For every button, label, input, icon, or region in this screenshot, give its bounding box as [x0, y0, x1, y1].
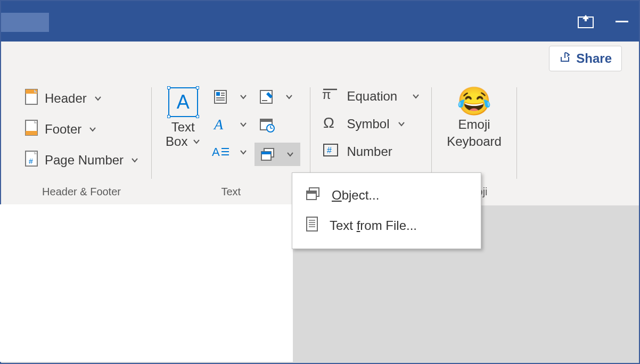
number-button[interactable]: # Number	[320, 142, 422, 162]
svg-text:#: #	[29, 157, 33, 166]
group-text: A Text Box A	[152, 76, 310, 205]
text-box-button[interactable]: A Text Box	[161, 86, 204, 150]
text-box-icon: A	[168, 87, 198, 117]
svg-rect-35	[307, 191, 316, 194]
drop-cap-button[interactable]: A	[209, 143, 250, 162]
chevron-down-icon	[240, 94, 247, 100]
symbol-button[interactable]: Ω Symbol	[320, 114, 422, 134]
minimize-icon[interactable]	[616, 21, 628, 22]
share-row: Share	[1, 42, 639, 76]
wordart-icon: A	[212, 117, 230, 132]
signature-line-button[interactable]	[255, 87, 296, 106]
quick-parts-button[interactable]	[209, 87, 250, 106]
text-file-icon	[305, 216, 319, 236]
chevron-down-icon	[94, 96, 102, 101]
chevron-down-icon	[240, 150, 247, 155]
symbol-icon: Ω	[322, 115, 340, 133]
footer-icon	[24, 119, 39, 139]
ribbon-display-options-icon[interactable]	[577, 14, 594, 29]
object-button[interactable]	[255, 143, 300, 166]
wordart-button[interactable]: A	[209, 115, 250, 134]
object-dropdown: Object... Text from File...	[292, 172, 481, 249]
dropdown-text-from-file[interactable]: Text from File...	[292, 210, 481, 241]
share-label: Share	[576, 51, 612, 66]
dropdown-file-label: Text from File...	[330, 218, 417, 233]
svg-text:#: #	[327, 146, 332, 155]
svg-text:A: A	[213, 117, 224, 133]
title-bar	[1, 1, 639, 42]
svg-rect-8	[216, 92, 220, 96]
chevron-down-icon	[131, 158, 138, 163]
emoji-icon: 😂	[457, 87, 491, 115]
chevron-down-icon	[193, 139, 200, 144]
chevron-down-icon	[89, 127, 96, 132]
equation-icon: π	[322, 87, 340, 105]
svg-text:A: A	[212, 145, 220, 159]
svg-rect-21	[260, 119, 272, 122]
signature-icon	[258, 89, 276, 104]
date-time-button[interactable]	[255, 115, 279, 134]
number-icon: #	[322, 143, 340, 161]
page-number-icon: #	[24, 150, 39, 170]
titlebar-tab	[1, 13, 49, 32]
group-label: Text	[221, 186, 241, 201]
svg-rect-4	[26, 131, 37, 135]
object-icon	[259, 147, 277, 162]
page-number-button[interactable]: # Page Number	[21, 148, 142, 172]
chevron-down-icon	[286, 152, 294, 157]
group-label: Header & Footer	[42, 186, 121, 201]
equation-button[interactable]: π Equation	[320, 86, 422, 106]
dropdown-object-label: Object...	[332, 188, 379, 203]
svg-text:Ω: Ω	[323, 115, 334, 130]
header-button[interactable]: Header	[21, 86, 142, 111]
chevron-down-icon	[412, 94, 420, 99]
chevron-down-icon	[240, 122, 247, 127]
document-canvas[interactable]	[0, 204, 293, 362]
drop-cap-icon: A	[212, 145, 230, 160]
footer-button[interactable]: Footer	[21, 117, 142, 142]
svg-rect-36	[307, 217, 317, 231]
emoji-keyboard-button[interactable]: 😂 Emoji Keyboard	[441, 86, 507, 150]
group-header-footer: Header Footer # Page Number	[12, 76, 151, 205]
date-time-icon	[258, 117, 276, 132]
svg-rect-27	[261, 152, 271, 154]
share-icon	[559, 51, 572, 67]
header-icon	[24, 88, 39, 109]
object-icon	[305, 186, 321, 205]
share-button[interactable]: Share	[549, 46, 622, 71]
chevron-down-icon	[285, 94, 293, 100]
dropdown-object[interactable]: Object...	[292, 180, 481, 210]
quick-parts-icon	[212, 89, 230, 104]
chevron-down-icon	[398, 121, 405, 127]
